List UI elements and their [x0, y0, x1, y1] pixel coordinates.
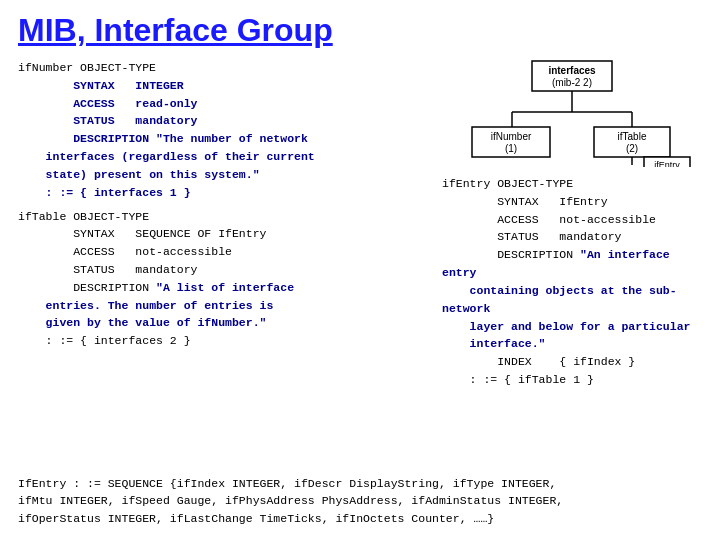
- svg-text:ifEntry: ifEntry: [654, 160, 680, 167]
- ifnumber-block: ifNumber OBJECT-TYPE SYNTAX INTEGER ACCE…: [18, 59, 432, 202]
- svg-text:(mib-2 2): (mib-2 2): [552, 77, 592, 88]
- iftable-header: ifTable OBJECT-TYPE: [18, 208, 432, 226]
- mib-diagram: interfaces (mib-2 2) ifNumber (1) ifTabl…: [452, 57, 692, 167]
- footer-section: IfEntry : := SEQUENCE {ifIndex INTEGER, …: [18, 475, 702, 528]
- svg-text:(1): (1): [505, 143, 517, 154]
- iftable-block: ifTable OBJECT-TYPE SYNTAX SEQUENCE OF I…: [18, 208, 432, 351]
- footer-line-2: ifMtu INTEGER, ifSpeed Gauge, ifPhysAddr…: [18, 492, 702, 510]
- diagram-area: interfaces (mib-2 2) ifNumber (1) ifTabl…: [442, 57, 702, 167]
- left-column: ifNumber OBJECT-TYPE SYNTAX INTEGER ACCE…: [18, 57, 432, 391]
- right-column: interfaces (mib-2 2) ifNumber (1) ifTabl…: [442, 57, 702, 391]
- svg-text:ifTable: ifTable: [618, 131, 647, 142]
- ifentry-header: ifEntry OBJECT-TYPE: [442, 175, 702, 193]
- svg-text:interfaces: interfaces: [548, 65, 596, 76]
- ifentry-block: ifEntry OBJECT-TYPE SYNTAX IfEntry ACCES…: [442, 175, 702, 389]
- ifnumber-lines: SYNTAX INTEGER ACCESS read-only STATUS m…: [18, 77, 432, 202]
- svg-text:(2): (2): [626, 143, 638, 154]
- ifnumber-header: ifNumber OBJECT-TYPE: [18, 59, 432, 77]
- iftable-lines: SYNTAX SEQUENCE OF IfEntry ACCESS not-ac…: [18, 225, 432, 350]
- page-title: MIB, Interface Group: [0, 0, 720, 57]
- footer-line-1: IfEntry : := SEQUENCE {ifIndex INTEGER, …: [18, 475, 702, 493]
- svg-text:ifNumber: ifNumber: [491, 131, 532, 142]
- footer-line-3: ifOperStatus INTEGER, ifLastChange TimeT…: [18, 510, 702, 528]
- main-content: ifNumber OBJECT-TYPE SYNTAX INTEGER ACCE…: [0, 57, 720, 391]
- ifentry-lines: SYNTAX IfEntry ACCESS not-accessible STA…: [442, 193, 702, 389]
